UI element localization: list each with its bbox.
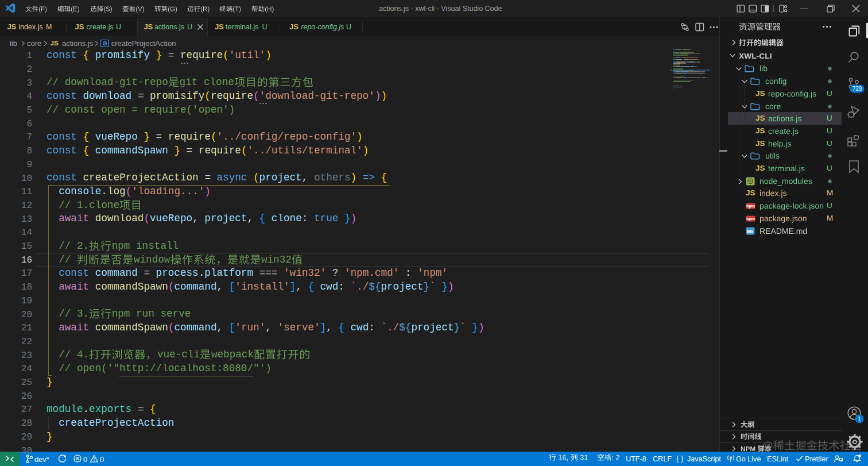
svg-text:M: M [747, 228, 751, 234]
svg-text:1: 1 [858, 416, 861, 422]
svg-text:npm: npm [746, 204, 755, 209]
svg-text:729: 729 [852, 86, 862, 92]
svg-text:npm: npm [746, 217, 755, 221]
